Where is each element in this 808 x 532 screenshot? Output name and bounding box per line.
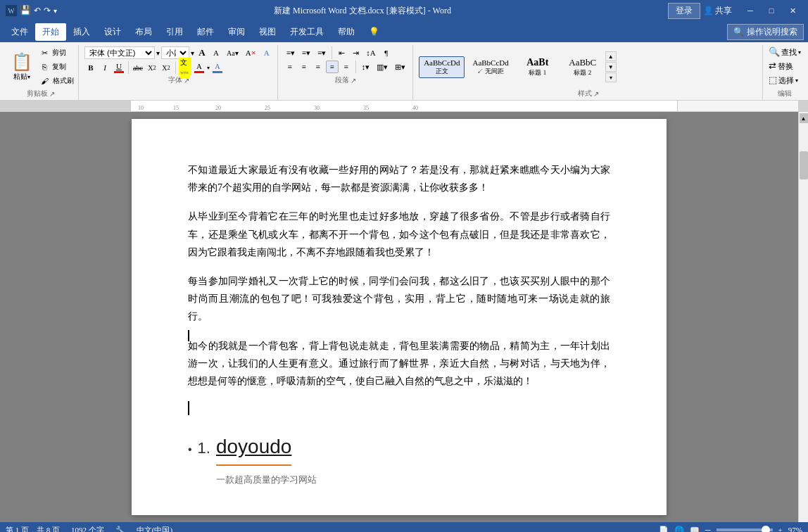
quick-undo-btn[interactable]: ↶ [34, 6, 41, 16]
align-left-button[interactable]: ≡ [284, 61, 296, 73]
quick-redo-btn[interactable]: ↷ [44, 6, 51, 16]
replace-label: 替换 [778, 61, 793, 72]
format-painter-button[interactable]: 🖌 [38, 75, 51, 87]
font-color-other-button[interactable]: A [211, 61, 224, 74]
style-scroll-down[interactable]: ▼ [605, 62, 617, 72]
subscript-button[interactable]: X2 [146, 61, 158, 74]
menu-references[interactable]: 引用 [159, 23, 190, 41]
superscript-button[interactable]: X2 [160, 61, 172, 74]
highlight-button[interactable]: 文wén [179, 61, 191, 74]
shading-button[interactable]: ▥▾ [374, 61, 391, 73]
text-effect-button[interactable]: A [260, 46, 273, 59]
heading-link[interactable]: doyoudo [216, 429, 291, 466]
title-bar-title: 新建 Microsoft Word 文档.docx [兼容模式] - Word [57, 5, 668, 17]
change-case-button[interactable]: Aa▾ [224, 46, 241, 59]
style-scroll-more[interactable]: ▾ [605, 72, 617, 82]
format-divider2 [175, 61, 176, 74]
maximize-button[interactable]: □ [762, 4, 781, 18]
underline-button[interactable]: U [113, 61, 125, 74]
share-button[interactable]: 👤 共享 [703, 5, 732, 17]
bold-button[interactable]: B [84, 61, 97, 74]
menu-developer[interactable]: 开发工具 [283, 23, 331, 41]
quick-save-btn[interactable]: 💾 [20, 5, 31, 16]
style-scroll-up[interactable]: ▲ [605, 51, 617, 61]
menu-search-box[interactable]: 🔍 操作说明搜索 [727, 24, 804, 40]
menu-help[interactable]: 帮助 [331, 23, 362, 41]
doc-para-3[interactable]: 每当参加同学婚礼又一次背上它的时候，同学们会问我，都这么旧了，也该买买别人眼中的… [188, 272, 610, 326]
close-button[interactable]: ✕ [783, 4, 802, 18]
zoom-in-btn[interactable]: + [778, 526, 783, 532]
style-heading1-preview: AaBt [522, 57, 554, 68]
font-name-select[interactable]: 宋体 (中文正) [84, 46, 155, 59]
bullets-button[interactable]: ≡▾ [284, 46, 298, 59]
menu-view[interactable]: 视图 [252, 23, 283, 41]
border-button[interactable]: ⊞▾ [392, 61, 408, 73]
multilevel-list-button[interactable]: ≡▾ [315, 46, 329, 59]
replace-button[interactable]: ⇄ 替换 [769, 61, 793, 72]
view-web-btn[interactable]: 🌐 [674, 526, 684, 533]
style-heading2[interactable]: AaBbC 标题 2 [562, 55, 604, 80]
text-color-arrow[interactable]: ▾ [207, 65, 210, 71]
text-cursor [188, 330, 189, 341]
menu-mail[interactable]: 邮件 [190, 23, 221, 41]
ribbon: 📋 粘贴▾ ✂ 剪切 ⎘ 复制 [0, 42, 808, 101]
doc-area: 不知道最近大家最近有没有收藏一些好用的网站了？若是没有，那就赶紧来瞧瞧今天小编为… [0, 112, 798, 522]
doc-para-2[interactable]: 从毕业到至今背着它在三年的时光里也走过好多地放，穿越了很多省份。不管是步行或者骑… [188, 208, 610, 261]
menu-lightbulb[interactable]: 💡 [362, 24, 386, 40]
style-gallery: AaBbCcDd 正文 AaBbCcDd ↙ 无间距 AaBt 标题 1 AaB… [419, 55, 604, 80]
login-button[interactable]: 登录 [668, 3, 700, 19]
align-center-button[interactable]: ≡ [298, 61, 310, 73]
find-button[interactable]: 🔍 查找 ▾ [769, 46, 801, 58]
copy-button[interactable]: ⎘ [38, 61, 51, 73]
numbering-button[interactable]: ≡▾ [299, 46, 313, 59]
clipboard-expand-icon[interactable]: ↗ [49, 90, 55, 98]
select-button[interactable]: ⬚ 选择 ▾ [769, 75, 798, 86]
zoom-thumb [762, 526, 770, 532]
menu-file[interactable]: 文件 [4, 23, 35, 41]
decrease-indent-button[interactable]: ⇤ [335, 46, 348, 59]
style-no-spacing[interactable]: AaBbCcDd ↙ 无间距 [467, 56, 513, 78]
align-right-button[interactable]: ≡ [312, 61, 324, 73]
justify-button[interactable]: ≡ [326, 61, 339, 73]
title-bar-left: W 💾 ↶ ↷ ▾ [6, 5, 57, 16]
main-area: ▲ 不知道最近大家最近有没有收藏一些好用的网站了？若是没有，那就赶紧来瞧瞧今天小… [0, 112, 808, 522]
style-heading1[interactable]: AaBt 标题 1 [517, 55, 559, 80]
strikethrough-button[interactable]: abc [132, 61, 144, 74]
distributed-button[interactable]: ≡ [340, 61, 353, 73]
scroll-up-btn[interactable]: ▲ [800, 113, 808, 123]
doc-para-4[interactable]: 如今的我就是一个背包客，背上背包说走就走，背包里装满需要的物品，精简为主，一年计… [188, 337, 610, 391]
style-expand-icon[interactable]: ↗ [593, 90, 599, 98]
scrollbar-thumb[interactable] [800, 151, 808, 179]
style-heading2-preview: AaBbC [567, 57, 599, 68]
line-spacing-button[interactable]: ↕▾ [359, 61, 373, 73]
zoom-out-btn[interactable]: ─ [705, 526, 711, 532]
font-grow-button[interactable]: A [196, 46, 208, 59]
menu-review[interactable]: 审阅 [221, 23, 252, 41]
cut-button[interactable]: ✂ [38, 46, 51, 59]
clear-format-button[interactable]: A✕ [243, 46, 259, 59]
copy-label: 复制 [52, 62, 66, 72]
italic-button[interactable]: I [99, 61, 111, 74]
doc-heading[interactable]: • 1. doyoudo [188, 429, 610, 466]
text-color-button[interactable]: A [193, 61, 206, 74]
edit-group: 🔍 查找 ▾ ⇄ 替换 ⬚ 选择 ▾ 编辑 [764, 45, 805, 100]
zoom-bar[interactable] [717, 528, 773, 531]
menu-insert[interactable]: 插入 [66, 23, 97, 41]
paragraph-expand-icon[interactable]: ↗ [351, 77, 356, 84]
style-heading2-label: 标题 2 [567, 68, 599, 77]
minimize-button[interactable]: ─ [740, 4, 760, 18]
sort-button[interactable]: ↕A [363, 46, 378, 59]
show-marks-button[interactable]: ¶ [380, 46, 393, 59]
menu-home[interactable]: 开始 [35, 23, 66, 41]
view-print-btn[interactable]: 📄 [659, 526, 669, 533]
style-normal[interactable]: AaBbCcDd 正文 [419, 56, 465, 78]
increase-indent-button[interactable]: ⇥ [349, 46, 362, 59]
vertical-scrollbar[interactable]: ▲ [798, 112, 808, 522]
doc-para-1[interactable]: 不知道最近大家最近有没有收藏一些好用的网站了？若是没有，那就赶紧来瞧瞧今天小编为… [188, 161, 610, 196]
view-read-btn[interactable]: 📖 [690, 526, 700, 533]
menu-design[interactable]: 设计 [97, 23, 128, 41]
font-shrink-button[interactable]: A [210, 46, 222, 59]
menu-layout[interactable]: 布局 [128, 23, 159, 41]
paste-button[interactable]: 📋 粘贴▾ [7, 49, 37, 84]
paragraph-group: ≡▾ ≡▾ ≡▾ ⇤ ⇥ ↕A ¶ ≡ ≡ ≡ ≡ ≡ ↕▾ [279, 45, 414, 100]
